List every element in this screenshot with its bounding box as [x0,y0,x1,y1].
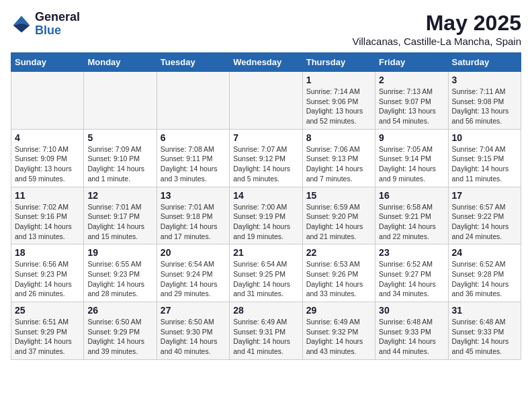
header: General Blue May 2025 Villacanas, Castil… [11,11,521,47]
day-info: Sunrise: 7:13 AMSunset: 9:07 PMDaylight:… [379,87,444,126]
day-info: Sunrise: 6:56 AMSunset: 9:23 PMDaylight:… [15,259,80,299]
day-number: 28 [233,305,298,316]
day-info: Sunrise: 6:50 AMSunset: 9:29 PMDaylight:… [87,317,152,357]
day-info: Sunrise: 6:49 AMSunset: 9:32 PMDaylight:… [306,317,371,357]
calendar-cell: 16Sunrise: 6:58 AMSunset: 9:21 PMDayligh… [375,187,448,244]
day-number: 25 [15,305,80,316]
calendar-cell: 9Sunrise: 7:05 AMSunset: 9:14 PMDaylight… [375,129,448,187]
day-info: Sunrise: 6:54 AMSunset: 9:24 PMDaylight:… [161,259,226,299]
calendar-cell: 12Sunrise: 7:01 AMSunset: 9:17 PMDayligh… [84,187,157,244]
calendar-cell: 4Sunrise: 7:10 AMSunset: 9:09 PMDaylight… [11,129,84,187]
calendar-cell [84,72,157,130]
day-info: Sunrise: 6:54 AMSunset: 9:25 PMDaylight:… [233,259,298,299]
calendar-week-row: 11Sunrise: 7:02 AMSunset: 9:16 PMDayligh… [11,187,521,244]
logo-text: General Blue [35,11,80,38]
calendar-cell: 7Sunrise: 7:07 AMSunset: 9:12 PMDaylight… [230,129,302,187]
calendar-cell: 17Sunrise: 6:57 AMSunset: 9:22 PMDayligh… [448,187,521,244]
day-info: Sunrise: 7:05 AMSunset: 9:14 PMDaylight:… [379,144,444,184]
logo-general: General [35,10,80,24]
day-number: 2 [379,75,444,85]
day-number: 30 [379,305,444,316]
day-info: Sunrise: 6:52 AMSunset: 9:28 PMDaylight:… [452,259,517,299]
day-number: 18 [15,247,80,258]
day-info: Sunrise: 7:10 AMSunset: 9:09 PMDaylight:… [15,144,80,184]
day-number: 9 [379,132,444,143]
calendar-cell: 31Sunrise: 6:48 AMSunset: 9:33 PMDayligh… [448,302,521,360]
calendar-cell: 22Sunrise: 6:53 AMSunset: 9:26 PMDayligh… [302,244,375,302]
calendar-subtitle: Villacanas, Castille-La Mancha, Spain [352,36,521,47]
day-info: Sunrise: 6:49 AMSunset: 9:31 PMDaylight:… [233,317,298,357]
day-number: 29 [306,305,371,316]
calendar-cell: 8Sunrise: 7:06 AMSunset: 9:13 PMDaylight… [302,129,375,187]
day-number: 31 [452,305,517,316]
calendar-cell: 23Sunrise: 6:52 AMSunset: 9:27 PMDayligh… [375,244,448,302]
calendar-cell: 2Sunrise: 7:13 AMSunset: 9:07 PMDaylight… [375,72,448,130]
day-number: 27 [161,305,226,316]
calendar-cell: 20Sunrise: 6:54 AMSunset: 9:24 PMDayligh… [157,244,229,302]
day-info: Sunrise: 7:08 AMSunset: 9:11 PMDaylight:… [161,144,226,184]
calendar-cell: 5Sunrise: 7:09 AMSunset: 9:10 PMDaylight… [84,129,157,187]
calendar-cell: 27Sunrise: 6:50 AMSunset: 9:30 PMDayligh… [157,302,229,360]
day-number: 17 [452,190,517,201]
calendar-week-row: 4Sunrise: 7:10 AMSunset: 9:09 PMDaylight… [11,129,521,187]
day-number: 12 [87,190,152,201]
calendar-cell: 24Sunrise: 6:52 AMSunset: 9:28 PMDayligh… [448,244,521,302]
day-info: Sunrise: 6:53 AMSunset: 9:26 PMDaylight:… [306,259,371,299]
calendar-cell: 29Sunrise: 6:49 AMSunset: 9:32 PMDayligh… [302,302,375,360]
day-number: 10 [452,132,517,143]
weekday-header: Thursday [302,53,375,72]
calendar-week-row: 18Sunrise: 6:56 AMSunset: 9:23 PMDayligh… [11,244,521,302]
day-number: 22 [306,247,371,258]
weekday-header: Monday [84,53,157,72]
day-number: 16 [379,190,444,201]
day-info: Sunrise: 7:11 AMSunset: 9:08 PMDaylight:… [452,87,517,126]
calendar-cell: 19Sunrise: 6:55 AMSunset: 9:23 PMDayligh… [84,244,157,302]
calendar-cell: 3Sunrise: 7:11 AMSunset: 9:08 PMDaylight… [448,72,521,130]
day-info: Sunrise: 6:58 AMSunset: 9:21 PMDaylight:… [379,202,444,242]
weekday-header: Saturday [448,53,521,72]
day-info: Sunrise: 6:50 AMSunset: 9:30 PMDaylight:… [161,317,226,357]
day-number: 7 [233,132,298,143]
day-info: Sunrise: 7:01 AMSunset: 9:18 PMDaylight:… [161,202,226,242]
day-info: Sunrise: 7:06 AMSunset: 9:13 PMDaylight:… [306,144,371,184]
title-area: May 2025 Villacanas, Castille-La Mancha,… [352,11,521,47]
day-number: 8 [306,132,371,143]
calendar-cell: 10Sunrise: 7:04 AMSunset: 9:15 PMDayligh… [448,129,521,187]
weekday-header: Sunday [11,53,84,72]
calendar-body: 1Sunrise: 7:14 AMSunset: 9:06 PMDaylight… [11,72,521,360]
day-info: Sunrise: 6:48 AMSunset: 9:33 PMDaylight:… [379,317,444,357]
day-number: 6 [161,132,226,143]
calendar-cell: 11Sunrise: 7:02 AMSunset: 9:16 PMDayligh… [11,187,84,244]
logo-icon [11,13,32,35]
calendar-cell: 15Sunrise: 6:59 AMSunset: 9:20 PMDayligh… [302,187,375,244]
calendar-cell: 21Sunrise: 6:54 AMSunset: 9:25 PMDayligh… [230,244,302,302]
calendar-cell: 28Sunrise: 6:49 AMSunset: 9:31 PMDayligh… [230,302,302,360]
logo-blue: Blue [35,24,61,37]
day-info: Sunrise: 6:48 AMSunset: 9:33 PMDaylight:… [452,317,517,357]
day-info: Sunrise: 7:02 AMSunset: 9:16 PMDaylight:… [15,202,80,242]
day-number: 21 [233,247,298,258]
calendar-cell: 26Sunrise: 6:50 AMSunset: 9:29 PMDayligh… [84,302,157,360]
day-number: 5 [87,132,152,143]
day-number: 24 [452,247,517,258]
calendar-cell: 30Sunrise: 6:48 AMSunset: 9:33 PMDayligh… [375,302,448,360]
day-info: Sunrise: 7:14 AMSunset: 9:06 PMDaylight:… [306,87,371,126]
day-info: Sunrise: 6:51 AMSunset: 9:29 PMDaylight:… [15,317,80,357]
day-info: Sunrise: 6:55 AMSunset: 9:23 PMDaylight:… [87,259,152,299]
calendar-cell [11,72,84,130]
day-number: 26 [87,305,152,316]
calendar-week-row: 25Sunrise: 6:51 AMSunset: 9:29 PMDayligh… [11,302,521,360]
day-number: 23 [379,247,444,258]
calendar-cell: 1Sunrise: 7:14 AMSunset: 9:06 PMDaylight… [302,72,375,130]
day-number: 19 [87,247,152,258]
calendar-cell: 13Sunrise: 7:01 AMSunset: 9:18 PMDayligh… [157,187,229,244]
calendar-cell [157,72,229,130]
day-number: 15 [306,190,371,201]
day-info: Sunrise: 7:04 AMSunset: 9:15 PMDaylight:… [452,144,517,184]
calendar-cell: 6Sunrise: 7:08 AMSunset: 9:11 PMDaylight… [157,129,229,187]
weekday-row: SundayMondayTuesdayWednesdayThursdayFrid… [11,53,521,72]
weekday-header: Tuesday [157,53,229,72]
day-info: Sunrise: 6:59 AMSunset: 9:20 PMDaylight:… [306,202,371,242]
calendar-header: SundayMondayTuesdayWednesdayThursdayFrid… [11,53,521,72]
day-info: Sunrise: 7:01 AMSunset: 9:17 PMDaylight:… [87,202,152,242]
